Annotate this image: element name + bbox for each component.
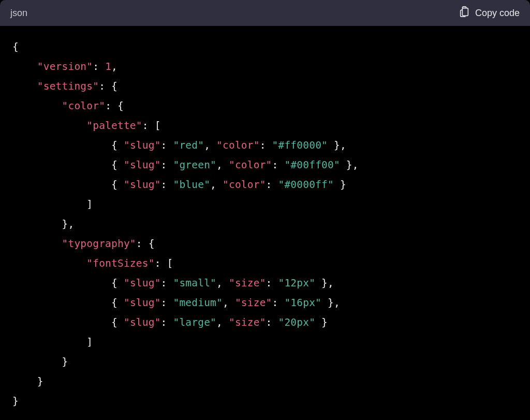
token-punct: : <box>161 179 173 191</box>
token-punct: } <box>12 395 19 407</box>
code-line: { "slug": "medium", "size": "16px" }, <box>12 297 340 309</box>
token-punct: }, <box>62 218 75 230</box>
token-str: "red" <box>173 139 204 151</box>
token-num: 1 <box>105 61 111 73</box>
token-punct: , <box>111 61 117 73</box>
token-str: "16px" <box>284 297 321 309</box>
token-punct: }, <box>315 277 334 289</box>
token-punct: { <box>111 297 124 309</box>
code-body[interactable]: { "version": 1, "settings": { "color": {… <box>0 26 530 420</box>
code-line: }, <box>12 218 74 230</box>
code-line: "version": 1, <box>12 61 117 73</box>
token-key: "typography" <box>62 238 136 250</box>
token-key: "slug" <box>124 159 161 171</box>
token-str: "small" <box>173 277 216 289</box>
token-key: "slug" <box>124 316 161 328</box>
token-key: "fontSizes" <box>86 257 154 269</box>
copy-code-label: Copy code <box>475 8 520 19</box>
token-key: "slug" <box>124 139 161 151</box>
token-punct: : [ <box>142 120 161 132</box>
token-punct: { <box>12 41 19 53</box>
token-str: "12px" <box>278 277 315 289</box>
token-str: "green" <box>173 159 216 171</box>
token-punct: : { <box>99 80 117 92</box>
clipboard-icon <box>459 6 470 20</box>
token-punct: : [ <box>155 257 173 269</box>
token-punct: : <box>93 61 105 73</box>
token-punct: } <box>62 356 68 368</box>
token-str: "#0000ff" <box>278 179 333 191</box>
token-punct: : <box>266 277 278 289</box>
token-punct: , <box>210 179 223 191</box>
code-line: } <box>12 375 43 387</box>
token-key: "color" <box>62 100 106 112</box>
token-punct: : <box>266 316 278 328</box>
token-key: "size" <box>229 277 266 289</box>
code-line: { "slug": "red", "color": "#ff0000" }, <box>12 139 346 151</box>
code-line: { "slug": "blue", "color": "#0000ff" } <box>12 179 346 191</box>
code-line: "settings": { <box>12 80 117 92</box>
token-punct: : <box>161 297 173 309</box>
token-punct: , <box>216 316 229 328</box>
token-punct: }, <box>321 297 340 309</box>
token-key: "size" <box>229 316 266 328</box>
token-key: "color" <box>216 139 260 151</box>
code-line: "fontSizes": [ <box>12 257 173 269</box>
token-str: "20px" <box>278 316 315 328</box>
token-punct: : <box>272 159 285 171</box>
token-key: "version" <box>37 61 93 73</box>
token-punct: ] <box>86 198 93 210</box>
token-key: "slug" <box>124 297 161 309</box>
token-str: "blue" <box>173 179 210 191</box>
token-punct: { <box>111 139 124 151</box>
token-key: "slug" <box>124 277 161 289</box>
code-block-header: json Copy code <box>0 0 530 26</box>
token-punct: }, <box>340 159 359 171</box>
code-line: "color": { <box>12 100 124 112</box>
token-key: "palette" <box>86 120 142 132</box>
token-key: "color" <box>229 159 272 171</box>
token-punct: , <box>204 139 216 151</box>
token-punct: : <box>272 297 285 309</box>
token-punct: } <box>315 316 328 328</box>
code-line: } <box>12 395 19 407</box>
token-str: "#ff0000" <box>272 139 328 151</box>
copy-code-button[interactable]: Copy code <box>459 6 520 20</box>
token-punct: , <box>216 159 229 171</box>
token-punct: } <box>37 375 43 387</box>
code-line: { "slug": "small", "size": "12px" }, <box>12 277 334 289</box>
token-punct: : <box>260 139 272 151</box>
token-punct: { <box>111 179 124 191</box>
token-punct: ] <box>86 336 93 348</box>
code-line: ] <box>12 198 93 210</box>
token-str: "large" <box>173 316 216 328</box>
language-label: json <box>10 8 27 19</box>
code-line: "palette": [ <box>12 120 161 132</box>
code-block: json Copy code { "version": 1, "settings… <box>0 0 530 420</box>
token-punct: : <box>161 139 173 151</box>
code-line: ] <box>12 336 93 348</box>
token-punct: { <box>111 159 124 171</box>
token-key: "settings" <box>37 80 99 92</box>
token-punct: , <box>216 277 229 289</box>
token-punct: : <box>266 179 278 191</box>
token-punct: : <box>161 159 173 171</box>
token-punct: : { <box>105 100 124 112</box>
svg-rect-0 <box>462 8 468 16</box>
token-punct: { <box>111 277 124 289</box>
code-line: { <box>12 41 19 53</box>
code-line: "typography": { <box>12 238 155 250</box>
token-str: "medium" <box>173 297 223 309</box>
token-punct: , <box>223 297 235 309</box>
token-key: "size" <box>235 297 272 309</box>
token-key: "slug" <box>124 179 161 191</box>
token-punct: : { <box>136 238 155 250</box>
token-punct: }, <box>328 139 346 151</box>
code-line: { "slug": "green", "color": "#00ff00" }, <box>12 159 359 171</box>
token-punct: { <box>111 316 124 328</box>
token-key: "color" <box>223 179 266 191</box>
token-punct: } <box>334 179 346 191</box>
token-punct: : <box>161 316 173 328</box>
code-line: { "slug": "large", "size": "20px" } <box>12 316 328 328</box>
code-line: } <box>12 356 68 368</box>
